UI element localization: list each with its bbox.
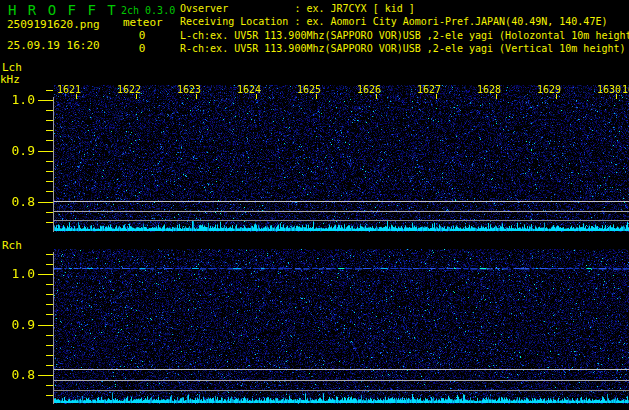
y-minor-tick xyxy=(46,304,53,305)
y-tick-label: 0.8 xyxy=(0,194,35,209)
location-info-line: Receiving Location : ex. Aomori City Aom… xyxy=(180,16,607,27)
y-minor-tick xyxy=(46,314,53,315)
y-minor-tick xyxy=(46,355,53,356)
y-tick-label: 1.0 xyxy=(0,92,35,107)
y-minor-tick xyxy=(46,191,53,192)
y-minor-tick xyxy=(46,284,53,285)
y-minor-tick xyxy=(46,120,53,121)
filename-label: 2509191620.png xyxy=(7,19,100,31)
y-major-tick xyxy=(38,375,53,376)
y-minor-tick xyxy=(46,365,53,366)
y-tick-label: 0.8 xyxy=(0,367,35,382)
y-tick-label: 1.0 xyxy=(0,266,35,281)
hrofft-screen: H R O F F T 2ch 0.3.0 2509191620.png met… xyxy=(0,0,629,410)
y-minor-tick xyxy=(46,222,53,223)
y-minor-tick xyxy=(46,130,53,131)
observer-info-line: Ovserver : ex. JR7CYX [ kid ] xyxy=(180,3,415,14)
mode-label: meteor xyxy=(123,17,163,29)
rch-spectrogram xyxy=(54,247,629,404)
khz-unit-label: kHz xyxy=(0,74,20,86)
y-minor-tick xyxy=(46,181,53,182)
rch-info-line: R-ch:ex. UV5R 113.900Mhz(SAPPORO VOR)USB… xyxy=(180,43,626,54)
y-minor-tick xyxy=(46,294,53,295)
y-major-tick xyxy=(38,151,53,152)
datetime-label: 25.09.19 16:20 xyxy=(7,40,100,52)
y-minor-tick xyxy=(46,110,53,111)
y-major-tick xyxy=(38,274,53,275)
y-tick-label: 0.9 xyxy=(0,317,35,332)
y-minor-tick xyxy=(46,335,53,336)
app-title: H R O F F T xyxy=(8,3,117,18)
y-minor-tick xyxy=(46,212,53,213)
y-minor-tick xyxy=(46,254,53,255)
y-minor-tick xyxy=(46,264,53,265)
lch-meteor-count: 0 xyxy=(136,30,148,42)
y-tick-label: 0.9 xyxy=(0,143,35,158)
y-minor-tick xyxy=(46,161,53,162)
lch-spectrogram xyxy=(54,85,629,232)
y-major-tick xyxy=(38,325,53,326)
rch-axis-label: Rch xyxy=(2,240,22,252)
lch-info-line: L-ch:ex. UV5R 113.900Mhz(SAPPORO VOR)USB… xyxy=(180,30,629,41)
y-minor-tick xyxy=(46,395,53,396)
y-minor-tick xyxy=(46,171,53,172)
rch-meteor-count: 0 xyxy=(136,43,148,55)
rch-axis-line xyxy=(53,252,54,404)
y-major-tick xyxy=(38,100,53,101)
lch-axis-line xyxy=(53,97,54,232)
y-minor-tick xyxy=(46,345,53,346)
y-minor-tick xyxy=(46,90,53,91)
version-label: 2ch 0.3.0 xyxy=(121,5,175,16)
y-major-tick xyxy=(38,202,53,203)
y-minor-tick xyxy=(46,140,53,141)
y-minor-tick xyxy=(46,385,53,386)
